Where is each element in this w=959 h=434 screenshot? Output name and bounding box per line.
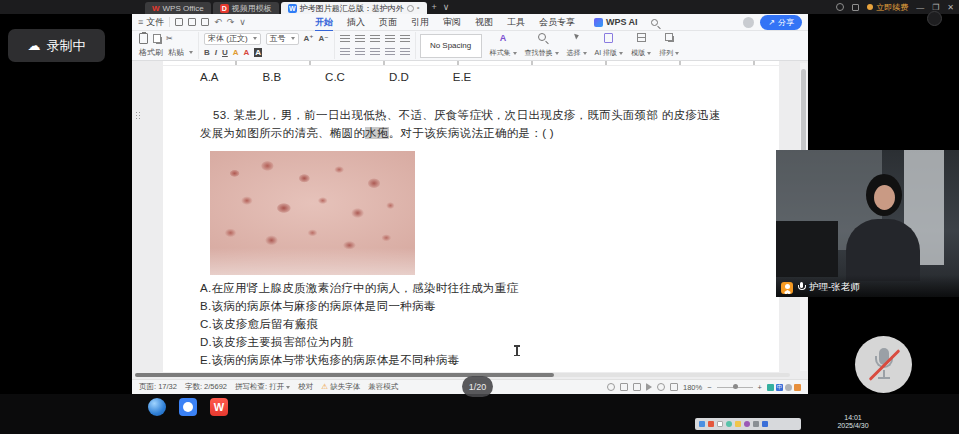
floating-ball[interactable]: [927, 11, 942, 26]
workspace-icon[interactable]: [852, 4, 859, 11]
tray-icon[interactable]: [762, 421, 768, 427]
wps-ai-button[interactable]: WPS AI: [594, 17, 638, 27]
tray-icon[interactable]: [753, 421, 759, 427]
zoom-out-button[interactable]: −: [707, 383, 711, 392]
web-view-icon[interactable]: [657, 383, 665, 391]
tab-review[interactable]: 审阅: [437, 16, 467, 29]
export-icon[interactable]: [188, 18, 196, 26]
tab-view[interactable]: 视图: [469, 16, 499, 29]
edit-mode-icon[interactable]: [670, 383, 678, 391]
tab-reference[interactable]: 引用: [405, 16, 435, 29]
format-painter-button[interactable]: 格式刷: [139, 47, 163, 58]
bullet-list-icon[interactable]: [340, 35, 350, 43]
tab-insert[interactable]: 插入: [341, 16, 371, 29]
line-spacing-icon[interactable]: [400, 35, 410, 43]
font-color-icon[interactable]: A: [244, 48, 250, 57]
vertical-scroll-thumb[interactable]: [801, 69, 806, 157]
align-right-icon[interactable]: [370, 48, 380, 56]
undo-icon[interactable]: ↶: [214, 18, 222, 27]
char-shading-icon[interactable]: A: [254, 48, 262, 57]
styles-button[interactable]: A 样式集: [486, 32, 521, 59]
play-view-icon[interactable]: [646, 383, 652, 391]
copy-icon[interactable]: [153, 34, 161, 43]
style-gallery[interactable]: No Spacing: [420, 34, 482, 58]
pen-icon[interactable]: [794, 384, 801, 391]
justify-icon[interactable]: [385, 48, 395, 56]
increase-indent-icon[interactable]: [385, 35, 395, 43]
browser-icon[interactable]: [148, 398, 166, 416]
highlight-color-icon[interactable]: A: [233, 48, 239, 57]
cut-icon[interactable]: ✂: [166, 34, 173, 43]
proofread-button[interactable]: 校对: [298, 382, 313, 392]
distribute-icon[interactable]: [400, 48, 410, 56]
print-icon[interactable]: [201, 18, 209, 26]
quickbar-chevron-icon[interactable]: ∨: [239, 18, 246, 27]
page-view-icon[interactable]: [620, 383, 628, 391]
tab-home[interactable]: 开始: [309, 16, 339, 29]
file-menu[interactable]: ≡ 文件: [138, 16, 164, 29]
history-icon[interactable]: [836, 3, 844, 11]
document-page[interactable]: A.A B.B C.C D.D E.E 53. 某患儿，男，前一日出现低热、不适…: [163, 66, 779, 372]
decrease-indent-icon[interactable]: [370, 35, 380, 43]
skin-icon[interactable]: [767, 384, 774, 391]
meeting-app-icon[interactable]: [179, 398, 197, 416]
tab-wps-office[interactable]: W WPS Office: [145, 2, 211, 14]
close-button[interactable]: ✕: [947, 3, 954, 12]
zoom-slider-knob[interactable]: [733, 384, 738, 389]
zoom-level[interactable]: 180%: [683, 383, 702, 392]
font-size-select[interactable]: 五号: [266, 33, 299, 45]
tray-icon[interactable]: [717, 421, 723, 427]
tab-page[interactable]: 页面: [373, 16, 403, 29]
tab-tools[interactable]: 工具: [501, 16, 531, 29]
tab-member[interactable]: 会员专享: [533, 16, 581, 29]
paste-icon[interactable]: [139, 33, 148, 44]
input-method-icon[interactable]: 中: [776, 384, 783, 391]
renew-button[interactable]: 立即续费: [867, 2, 908, 13]
tab-current-doc[interactable]: W 护考图片题汇总版：基护内外 •: [281, 2, 427, 14]
paragraph-drag-handle[interactable]: [135, 111, 141, 119]
outline-view-icon[interactable]: [633, 383, 641, 391]
share-button[interactable]: ↗ 分享: [760, 15, 802, 30]
template-button[interactable]: 模版: [627, 32, 655, 59]
redo-icon[interactable]: ↷: [227, 18, 235, 27]
grow-font-icon[interactable]: A⁺: [304, 34, 314, 43]
mute-indicator[interactable]: [855, 336, 912, 393]
italic-icon[interactable]: I: [215, 48, 217, 57]
taskbar-clock[interactable]: 14:01 2025/4/30: [828, 414, 878, 430]
arrange-button[interactable]: 排列: [655, 32, 683, 59]
select-button[interactable]: 选择: [563, 32, 591, 59]
horizontal-scrollbar[interactable]: [135, 373, 790, 377]
find-replace-button[interactable]: 查找替换: [521, 32, 563, 59]
underline-icon[interactable]: U: [222, 48, 228, 57]
tray-icon[interactable]: [735, 421, 741, 427]
missing-font-warning[interactable]: ⚠ 缺失字体: [321, 382, 360, 392]
font-name-select[interactable]: 宋体 (正文): [204, 33, 261, 45]
rash-photo[interactable]: [210, 151, 415, 275]
new-tab-button[interactable]: +: [432, 2, 437, 12]
paste-label[interactable]: 粘贴: [168, 47, 184, 58]
paste-chevron-icon[interactable]: [189, 51, 193, 54]
align-center-icon[interactable]: [355, 48, 365, 56]
tray-icon[interactable]: [726, 421, 732, 427]
tray-icon[interactable]: [708, 421, 714, 427]
numbered-list-icon[interactable]: [355, 35, 365, 43]
ai-layout-button[interactable]: AI 排版: [591, 32, 628, 59]
bold-icon[interactable]: B: [204, 48, 210, 57]
tray-icon[interactable]: [744, 421, 750, 427]
word-count[interactable]: 字数: 2/5692: [185, 382, 227, 392]
status-circle-icon[interactable]: [785, 384, 792, 391]
tab-template-doc[interactable]: D 视频用模板: [213, 2, 279, 14]
save-icon[interactable]: [175, 18, 183, 26]
webcam-overlay[interactable]: 护理-张老师: [776, 150, 959, 297]
tray-icon[interactable]: [699, 421, 705, 427]
tab-list-chevron-icon[interactable]: ∨: [443, 2, 450, 12]
minimize-button[interactable]: —: [916, 3, 924, 12]
zoom-in-button[interactable]: +: [758, 383, 762, 392]
wps-taskbar-icon[interactable]: W: [210, 398, 228, 416]
search-icon[interactable]: [651, 19, 658, 26]
avatar[interactable]: [743, 17, 754, 28]
spellcheck-status[interactable]: 拼写检查: 打开: [235, 382, 290, 392]
zoom-slider[interactable]: [717, 387, 753, 388]
horizontal-scroll-thumb[interactable]: [135, 373, 554, 377]
align-left-icon[interactable]: [340, 48, 350, 56]
